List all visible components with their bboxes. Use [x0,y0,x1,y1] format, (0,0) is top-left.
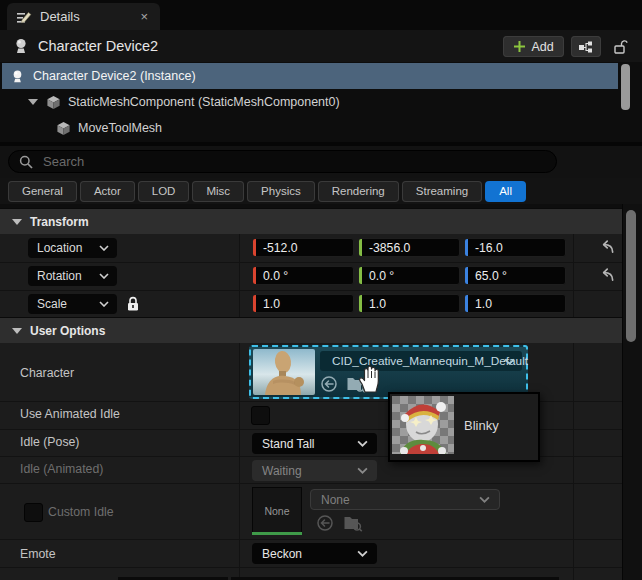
search-input[interactable] [41,153,505,170]
search-icon [19,155,33,169]
hierarchy-row-label: Character Device2 (Instance) [33,69,196,83]
filter-all[interactable]: All [485,181,526,202]
hierarchy-row-label: StaticMeshComponent (StaticMeshComponent… [68,95,340,109]
filter-general[interactable]: General [8,181,77,202]
page-title: Character Device2 [38,38,158,54]
axis-x-bar [253,295,256,312]
custom-idle-checkbox[interactable] [24,503,43,522]
rotation-y-field[interactable]: 0.0 ° [358,266,460,285]
cube-icon [56,121,71,136]
cube-icon [46,95,61,110]
column-divider [573,343,574,580]
collapse-arrow-icon[interactable] [12,219,22,225]
use-selected-asset-icon[interactable] [320,375,338,393]
chevron-down-icon [99,301,109,307]
idle-pose-dropdown[interactable]: Stand Tall [252,433,377,454]
filter-physics[interactable]: Physics [247,181,315,202]
character-thumbnail[interactable] [253,349,315,395]
section-user-options[interactable]: User Options [0,317,622,344]
row-divider [0,483,622,484]
filter-streaming[interactable]: Streaming [402,181,482,202]
browse-hierarchy-button[interactable] [571,36,601,57]
axis-x-bar [253,239,256,256]
axis-z-bar [465,267,468,284]
reset-rotation-icon[interactable] [598,266,618,286]
use-selected-asset-icon [316,514,334,532]
tab-bar: Details × [0,0,642,30]
scale-z-field[interactable]: 1.0 [464,294,566,313]
reset-location-icon[interactable] [598,238,618,258]
filter-actor[interactable]: Actor [80,181,135,202]
scale-lock-icon[interactable] [126,296,140,312]
hierarchy-row-instance[interactable]: Character Device2 (Instance) [2,63,618,89]
rotation-x-field[interactable]: 0.0 ° [252,266,354,285]
add-button[interactable]: Add [503,36,564,57]
details-icon [16,9,32,25]
axis-z-bar [465,239,468,256]
scrollbar-thumb[interactable] [626,210,636,342]
chevron-down-icon [504,358,515,365]
axis-z-bar [465,295,468,312]
tab-label: Details [40,9,80,24]
idle-animated-label: Idle (Animated) [20,462,103,476]
search-row [0,146,642,178]
section-label: Transform [30,215,89,229]
filter-rendering[interactable]: Rendering [318,181,399,202]
browse-asset-icon[interactable] [346,375,366,393]
use-animated-idle-checkbox[interactable] [251,406,270,425]
filter-lod[interactable]: LOD [138,181,190,202]
custom-idle-thumbnail[interactable]: None [252,487,302,534]
asset-type-color-bar [252,532,302,535]
drag-asset-tooltip: Blinky [388,392,540,462]
row-divider [0,539,622,540]
none-thumb-label: None [264,505,289,517]
scale-y-field[interactable]: 1.0 [358,294,460,313]
pawn-icon [12,37,30,55]
transform-rows: Location -512.0 -3856.0 -16.0 Rotation 0… [0,234,622,317]
plus-icon [513,40,526,53]
custom-idle-label: Custom Idle [48,505,114,519]
emote-dropdown[interactable]: Beckon [252,543,377,564]
add-button-label: Add [531,40,553,54]
axis-y-bar [359,295,362,312]
component-hierarchy: Character Device2 (Instance) StaticMeshC… [0,62,642,142]
chevron-down-icon [479,496,490,503]
chevron-down-icon [99,245,109,251]
custom-idle-dropdown: None [310,489,500,510]
location-x-field[interactable]: -512.0 [252,238,354,257]
hierarchy-row-staticmesh[interactable]: StaticMeshComponent (StaticMeshComponent… [0,89,620,115]
axis-y-bar [359,267,362,284]
axis-x-bar [253,267,256,284]
browse-asset-icon [343,514,363,532]
search-input-container[interactable] [8,150,557,173]
category-filter-row: General Actor LOD Misc Physics Rendering… [0,178,642,204]
expander-down-icon[interactable] [28,99,38,105]
close-icon[interactable]: × [140,9,148,24]
scale-axis-dropdown[interactable]: Scale [28,294,117,314]
character-asset-picker[interactable]: CID_Creative_Mannequin_M_Default [249,345,528,399]
rotation-z-field[interactable]: 65.0 ° [464,266,566,285]
character-dropdown[interactable]: CID_Creative_Mannequin_M_Default [320,351,522,371]
row-divider [0,567,622,568]
rotation-axis-dropdown[interactable]: Rotation [28,266,117,286]
filter-misc[interactable]: Misc [192,181,244,202]
column-divider [239,343,240,580]
chevron-down-icon [357,550,368,557]
row-divider [0,290,622,291]
chevron-down-icon [99,273,109,279]
scale-x-field[interactable]: 1.0 [252,294,354,313]
tab-details[interactable]: Details × [7,3,160,30]
tooltip-asset-name: Blinky [464,418,499,433]
location-y-field[interactable]: -3856.0 [358,238,460,257]
use-animated-idle-label: Use Animated Idle [20,407,120,421]
unlock-icon[interactable] [609,36,631,57]
node-graph-icon [578,40,594,54]
section-transform[interactable]: Transform [0,208,622,235]
hierarchy-row-movetoolmesh[interactable]: MoveToolMesh [0,115,620,141]
location-axis-dropdown[interactable]: Location [28,238,117,258]
axis-y-bar [359,239,362,256]
location-z-field[interactable]: -16.0 [464,238,566,257]
hierarchy-scrollbar[interactable] [621,64,630,110]
collapse-arrow-icon[interactable] [12,328,22,334]
section-label: User Options [30,324,105,338]
